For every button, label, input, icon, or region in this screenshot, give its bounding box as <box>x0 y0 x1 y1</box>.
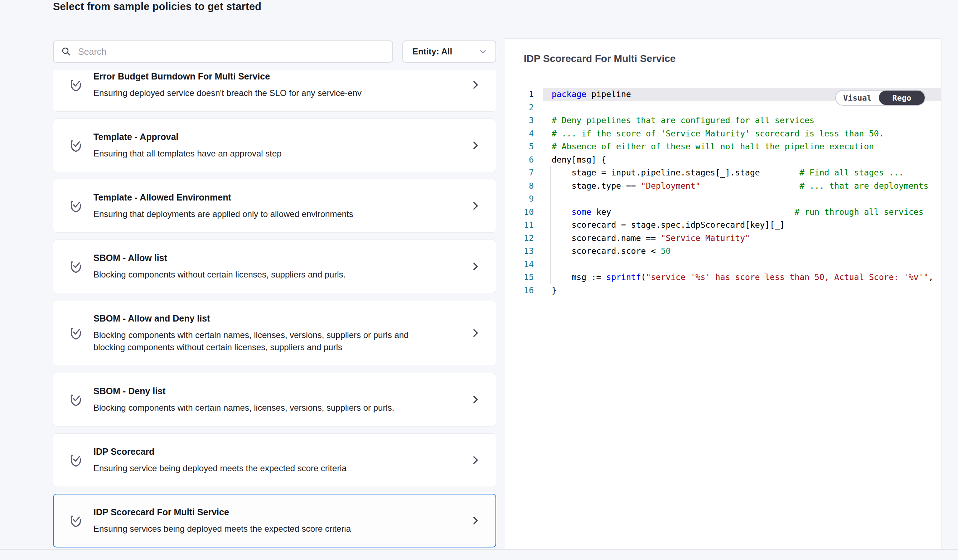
policy-card-title: IDP Scorecard For Multi Service <box>94 506 351 518</box>
code-line-text: msg := sprintf("service '%s' has score l… <box>534 271 933 284</box>
code-line-text: some key # run through all services <box>534 206 924 219</box>
policy-card-description: Blocking components with certain names, … <box>94 402 394 414</box>
line-number: 7 <box>504 166 534 179</box>
code-line: 7 stage = input.pipeline.stages[_].stage… <box>504 166 941 179</box>
line-number: 9 <box>504 192 534 206</box>
code-line: 11 scorecard = stage.spec.idpScorecard[k… <box>504 219 941 232</box>
policy-card-title: Template - Allowed Environment <box>94 192 353 203</box>
policy-card[interactable]: IDP Scorecard Ensuring service being dep… <box>53 433 496 487</box>
entity-filter-label: Entity: All <box>412 46 478 57</box>
code-line-text: stage = input.pipeline.stages[_].stage #… <box>534 166 904 179</box>
code-line: 5 # Absence of either of these will not … <box>504 140 941 153</box>
code-line-text: # Absence of either of these will not ha… <box>534 140 874 153</box>
shield-check-icon <box>68 391 84 409</box>
line-number: 4 <box>504 127 534 140</box>
policy-card-title: SBOM - Allow list <box>94 252 346 263</box>
shield-check-icon <box>68 257 84 275</box>
visual-rego-toggle[interactable]: Visual Rego <box>835 90 925 106</box>
code-line-text <box>534 101 552 114</box>
policy-card-title: Template - Approval <box>94 131 282 143</box>
search-icon <box>61 46 71 57</box>
code-line: 14 <box>504 258 941 271</box>
code-line-text: package pipeline <box>534 88 631 101</box>
shield-check-icon <box>68 197 84 215</box>
line-number: 14 <box>504 258 534 271</box>
policy-card-description: Ensuring deployed service doesn't breach… <box>94 87 362 99</box>
policy-card[interactable]: Error Budget Burndown For Multi Service … <box>53 70 496 112</box>
line-number: 15 <box>504 271 534 284</box>
chevron-right-icon <box>469 393 482 406</box>
policy-preview-panel: IDP Scorecard For Multi Service 1 packag… <box>504 38 942 549</box>
policy-card-title: IDP Scorecard <box>94 446 347 457</box>
page-title: Select from sample policies to get start… <box>53 1 261 13</box>
policy-card-title: SBOM - Allow and Deny list <box>94 313 416 324</box>
search-box[interactable] <box>53 40 393 63</box>
chevron-right-icon <box>469 139 482 151</box>
content-bottom-divider <box>0 549 958 550</box>
preview-title: IDP Scorecard For Multi Service <box>524 53 676 65</box>
policy-card[interactable]: SBOM - Allow list Blocking components wi… <box>53 240 496 293</box>
shield-check-icon <box>68 512 84 530</box>
toggle-option-visual[interactable]: Visual <box>836 94 879 102</box>
policy-card-title: Error Budget Burndown For Multi Service <box>94 71 362 82</box>
line-number: 10 <box>504 206 534 219</box>
policy-card[interactable]: SBOM - Allow and Deny list Blocking comp… <box>53 300 496 366</box>
line-number: 12 <box>504 232 534 245</box>
policy-card[interactable]: Template - Allowed Environment Ensuring … <box>53 179 496 233</box>
code-line: 3 # Deny pipelines that are configured f… <box>504 114 941 127</box>
line-number: 1 <box>504 88 534 101</box>
code-line: 13 scorecard.score < 50 <box>504 244 941 258</box>
line-number: 2 <box>504 101 534 114</box>
line-number: 11 <box>504 219 534 232</box>
chevron-right-icon <box>469 200 482 212</box>
line-number: 16 <box>504 284 534 297</box>
code-line-text: # ... if the score of 'Service Maturity'… <box>534 127 884 140</box>
chevron-down-icon <box>478 47 488 56</box>
shield-check-icon <box>68 76 84 94</box>
code-line-text: } <box>534 284 557 297</box>
shield-check-icon <box>68 324 84 342</box>
policy-card[interactable]: Template - Approval Ensuring that all te… <box>53 119 496 172</box>
rego-code-editor[interactable]: 1 package pipeline 2 3 # Deny pipelines … <box>504 79 941 549</box>
toggle-option-rego[interactable]: Rego <box>879 90 925 105</box>
line-number: 3 <box>504 114 534 127</box>
line-number: 13 <box>504 244 534 258</box>
policy-list: Error Budget Burndown For Multi Service … <box>53 70 496 549</box>
code-line: 10 some key # run through all services <box>504 206 941 219</box>
chevron-right-icon <box>469 260 482 273</box>
shield-check-icon <box>68 451 84 469</box>
code-line-text: scorecard.name == "Service Maturity" <box>534 232 750 245</box>
policy-card[interactable]: SBOM - Deny list Blocking components wit… <box>53 373 496 427</box>
entity-filter-dropdown[interactable]: Entity: All <box>402 40 496 63</box>
code-line: 6 deny[msg] { <box>504 153 941 167</box>
line-number: 5 <box>504 140 534 153</box>
chevron-right-icon <box>469 79 482 91</box>
line-number: 6 <box>504 153 534 167</box>
code-line-text: scorecard = stage.spec.idpScorecard[key]… <box>534 219 785 232</box>
preview-header: IDP Scorecard For Multi Service <box>504 39 941 79</box>
policy-card-description: Ensuring services being deployed meets t… <box>94 523 351 535</box>
code-line: 8 stage.type == "Deployment" # ... that … <box>504 179 941 193</box>
chevron-right-icon <box>469 327 482 339</box>
chevron-right-icon <box>469 454 482 466</box>
policy-card-title: SBOM - Deny list <box>94 385 394 397</box>
code-line: 12 scorecard.name == "Service Maturity" <box>504 232 941 245</box>
code-line: 9 <box>504 192 941 206</box>
policy-card-description: Blocking components without certain lice… <box>94 268 346 281</box>
code-line-text <box>534 192 552 206</box>
code-line-text: # Deny pipelines that are configured for… <box>534 114 814 127</box>
code-line: 16 } <box>504 284 941 297</box>
code-line: 4 # ... if the score of 'Service Maturit… <box>504 127 941 140</box>
policy-card-description: Ensuring that deployments are applied on… <box>94 208 353 220</box>
policy-card[interactable]: IDP Scorecard For Multi Service Ensuring… <box>53 494 496 547</box>
chevron-right-icon <box>469 514 482 527</box>
code-line-text: scorecard.score < 50 <box>534 244 671 258</box>
line-number: 8 <box>504 179 534 193</box>
code-line-text <box>534 258 552 271</box>
policy-card-description: Blocking components with certain names, … <box>94 329 416 354</box>
policy-card-description: Ensuring service being deployed meets th… <box>94 462 347 474</box>
shield-check-icon <box>68 136 84 154</box>
search-input[interactable] <box>78 46 385 57</box>
code-line-text: deny[msg] { <box>534 153 606 167</box>
code-line-text: stage.type == "Deployment" # ... that ar… <box>534 179 928 193</box>
